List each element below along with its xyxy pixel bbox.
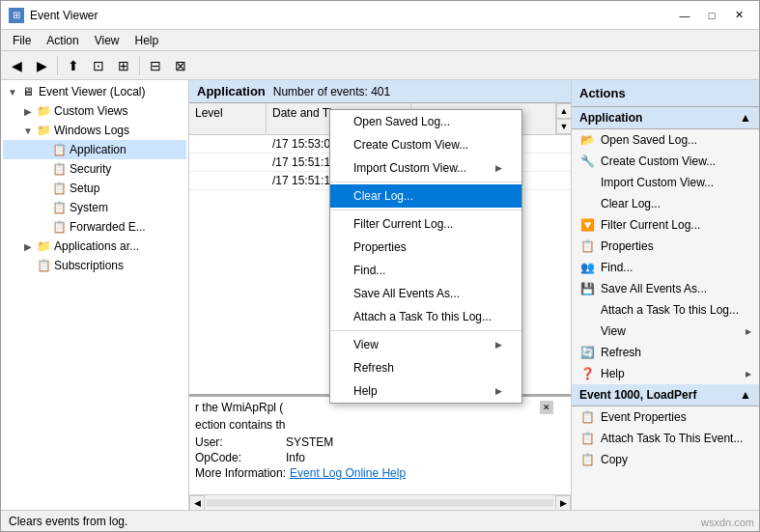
ctx-attach-task[interactable]: Attach a Task To this Log... xyxy=(330,305,521,328)
toolbar-forward[interactable]: ▶ xyxy=(30,54,53,77)
tree-custom-views[interactable]: ▶ 📁 Custom Views xyxy=(3,101,186,121)
setup-label: Setup xyxy=(70,182,99,195)
system-label: System xyxy=(70,201,108,214)
tree-root[interactable]: ▼ 🖥 Event Viewer (Local) xyxy=(3,82,186,101)
event-props-icon: 📋 xyxy=(579,409,595,425)
status-text: Clears events from log. xyxy=(9,515,127,528)
ctx-filter-log[interactable]: Filter Current Log... xyxy=(330,212,521,236)
toolbar-action[interactable]: ⊟ xyxy=(144,54,167,77)
help-arrow: ▶ xyxy=(495,386,502,396)
apps-expander: ▶ xyxy=(20,238,36,254)
action-filter-log[interactable]: 🔽 Filter Current Log... xyxy=(572,214,759,236)
toolbar-properties[interactable]: ⊞ xyxy=(112,54,135,77)
action-event-properties[interactable]: 📋 Event Properties xyxy=(572,406,759,428)
setup-icon: 📋 xyxy=(51,181,67,196)
ctx-import-custom-view[interactable]: Import Custom View... ▶ xyxy=(330,156,521,180)
props-icon: 📋 xyxy=(579,238,595,254)
actions-section-app[interactable]: Application ▲ xyxy=(572,107,759,129)
root-label: Event Viewer (Local) xyxy=(39,85,146,98)
detail-close-btn[interactable]: ✕ xyxy=(540,401,553,414)
system-icon: 📋 xyxy=(51,200,67,215)
toolbar-back[interactable]: ◀ xyxy=(5,54,28,77)
actions-section-event[interactable]: Event 1000, LoadPerf ▲ xyxy=(572,384,759,406)
user-value: SYSTEM xyxy=(286,435,333,449)
action-copy[interactable]: 📋 Copy xyxy=(572,449,759,470)
toolbar-up[interactable]: ⬆ xyxy=(62,54,85,77)
more-info-link[interactable]: Event Log Online Help xyxy=(290,466,406,480)
tree-application[interactable]: 📋 Application xyxy=(3,140,186,159)
action-refresh[interactable]: 🔄 Refresh xyxy=(572,342,759,363)
action-import-custom-view[interactable]: Import Custom View... xyxy=(572,172,759,193)
scroll-right-detail[interactable]: ▶ xyxy=(555,495,571,511)
help-icon: ❓ xyxy=(579,366,595,381)
action-properties[interactable]: 📋 Properties xyxy=(572,236,759,257)
action-help[interactable]: ❓ Help xyxy=(572,363,759,384)
section-app-arrow: ▲ xyxy=(740,111,751,125)
scroll-down-header[interactable]: ▼ xyxy=(556,119,571,134)
action-create-custom-view[interactable]: 🔧 Create Custom View... xyxy=(572,151,759,172)
ctx-properties[interactable]: Properties xyxy=(330,236,521,259)
ctx-create-custom-view[interactable]: Create Custom View... xyxy=(330,133,521,156)
forwarded-icon: 📋 xyxy=(51,219,67,235)
root-expander: ▼ xyxy=(5,84,20,99)
scroll-up-header[interactable]: ▲ xyxy=(556,103,571,119)
action-open-saved-log[interactable]: 📂 Open Saved Log... xyxy=(572,129,759,151)
minimize-button[interactable]: — xyxy=(672,6,697,25)
ctx-view[interactable]: View ▶ xyxy=(330,333,521,356)
row1-level xyxy=(189,135,267,153)
ctx-find[interactable]: Find... xyxy=(330,259,521,282)
open-saved-icon: 📂 xyxy=(579,132,595,148)
action-find[interactable]: 👥 Find... xyxy=(572,257,759,278)
toolbar-show[interactable]: ⊡ xyxy=(87,54,110,77)
computer-icon: 🖥 xyxy=(20,84,36,99)
forwarded-expander xyxy=(36,219,51,235)
event-count: Number of events: 401 xyxy=(273,85,390,98)
ctx-save-all[interactable]: Save All Events As... xyxy=(330,282,521,305)
title-bar-controls: — □ ✕ xyxy=(672,6,751,25)
scroll-left-detail[interactable]: ◀ xyxy=(189,495,205,511)
menu-help[interactable]: Help xyxy=(127,32,167,49)
close-button[interactable]: ✕ xyxy=(726,6,751,25)
ctx-help[interactable]: Help ▶ xyxy=(330,379,521,403)
windows-logs-expander: ▼ xyxy=(20,123,36,138)
action-attach-task-event[interactable]: 📋 Attach Task To This Event... xyxy=(572,428,759,449)
custom-views-expander: ▶ xyxy=(20,103,36,119)
tree-windows-logs[interactable]: ▼ 📁 Windows Logs xyxy=(3,121,186,140)
apps-icon: 📁 xyxy=(36,238,51,254)
col-level-header[interactable]: Level xyxy=(189,103,267,134)
setup-expander xyxy=(36,181,51,196)
application-label: Application xyxy=(70,143,127,156)
application-icon: 📋 xyxy=(51,142,67,157)
ctx-clear-log[interactable]: Clear Log... xyxy=(330,184,521,208)
tree-forwarded[interactable]: 📋 Forwarded E... xyxy=(3,217,186,237)
toolbar-action2[interactable]: ⊠ xyxy=(169,54,192,77)
tree-system[interactable]: 📋 System xyxy=(3,198,186,217)
ctx-refresh[interactable]: Refresh xyxy=(330,356,521,379)
tree-security[interactable]: 📋 Security xyxy=(3,159,186,179)
view-arrow: ▶ xyxy=(495,340,502,350)
action-save-all[interactable]: 💾 Save All Events As... xyxy=(572,278,759,299)
tree-applications-and[interactable]: ▶ 📁 Applications ar... xyxy=(3,237,186,256)
main-content: ▼ 🖥 Event Viewer (Local) ▶ 📁 Custom View… xyxy=(1,80,759,510)
tree-setup[interactable]: 📋 Setup xyxy=(3,179,186,198)
menu-view[interactable]: View xyxy=(87,32,127,49)
windows-logs-label: Windows Logs xyxy=(54,124,129,137)
tree-subscriptions[interactable]: 📋 Subscriptions xyxy=(3,256,186,275)
maximize-button[interactable]: □ xyxy=(699,6,724,25)
action-attach-task[interactable]: Attach a Task To this Log... xyxy=(572,299,759,321)
ctx-divider-1 xyxy=(330,182,521,182)
menu-file[interactable]: File xyxy=(5,32,39,49)
detail-info-row: More Information: Event Log Online Help xyxy=(195,466,565,480)
app-icon: ⊞ xyxy=(9,8,24,23)
title-bar: ⊞ Event Viewer — □ ✕ xyxy=(1,1,759,30)
action-clear-log[interactable]: Clear Log... xyxy=(572,193,759,214)
detail-content: r the WmiApRpl ( ection contains th User… xyxy=(189,397,571,494)
ctx-open-saved-log[interactable]: Open Saved Log... xyxy=(330,110,521,133)
security-icon: 📋 xyxy=(51,161,67,177)
row2-level xyxy=(189,154,267,171)
action-view[interactable]: View xyxy=(572,321,759,342)
application-expander xyxy=(36,142,51,157)
row3-level xyxy=(189,172,267,189)
system-expander xyxy=(36,200,51,215)
menu-action[interactable]: Action xyxy=(39,32,86,49)
